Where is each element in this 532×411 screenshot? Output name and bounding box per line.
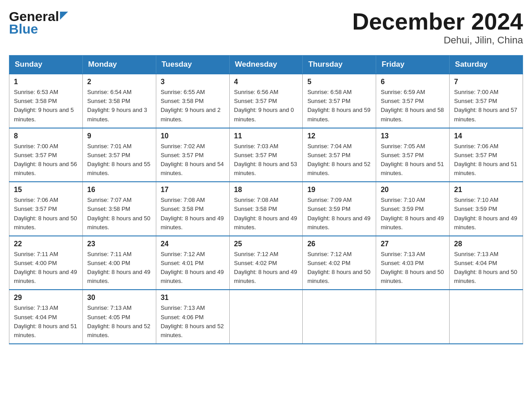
svg-marker-0: [60, 12, 68, 20]
calendar-cell: 3 Sunrise: 6:55 AMSunset: 3:58 PMDayligh…: [156, 74, 229, 128]
day-info: Sunrise: 7:05 AMSunset: 3:57 PMDaylight:…: [381, 143, 444, 176]
weekday-header-sunday: Sunday: [9, 56, 83, 74]
day-number: 11: [234, 132, 298, 140]
day-number: 16: [87, 186, 151, 194]
logo-blue-text: Blue: [9, 21, 38, 37]
day-number: 25: [234, 240, 298, 248]
calendar-week-row: 22 Sunrise: 7:11 AMSunset: 4:00 PMDaylig…: [9, 236, 523, 290]
day-info: Sunrise: 7:12 AMSunset: 4:01 PMDaylight:…: [161, 251, 224, 284]
calendar-week-row: 8 Sunrise: 7:00 AMSunset: 3:57 PMDayligh…: [9, 128, 523, 182]
weekday-header-tuesday: Tuesday: [156, 56, 229, 74]
day-number: 1: [14, 78, 78, 86]
calendar-cell: 21 Sunrise: 7:10 AMSunset: 3:59 PMDaylig…: [450, 182, 523, 236]
logo: General Blue: [9, 9, 68, 37]
calendar-cell: 31 Sunrise: 7:13 AMSunset: 4:06 PMDaylig…: [156, 290, 229, 344]
calendar-cell: [303, 290, 376, 344]
calendar-cell: 18 Sunrise: 7:08 AMSunset: 3:58 PMDaylig…: [229, 182, 303, 236]
day-number: 27: [381, 240, 445, 248]
calendar-cell: 17 Sunrise: 7:08 AMSunset: 3:58 PMDaylig…: [156, 182, 229, 236]
day-number: 15: [14, 186, 78, 194]
calendar-cell: 7 Sunrise: 7:00 AMSunset: 3:57 PMDayligh…: [450, 74, 523, 128]
day-info: Sunrise: 6:55 AMSunset: 3:58 PMDaylight:…: [161, 89, 221, 122]
page-header: General Blue December 2024 Dehui, Jilin,…: [9, 9, 523, 46]
calendar-cell: 5 Sunrise: 6:58 AMSunset: 3:57 PMDayligh…: [303, 74, 376, 128]
day-number: 4: [234, 78, 298, 86]
month-title: December 2024: [352, 9, 523, 34]
calendar-week-row: 1 Sunrise: 6:53 AMSunset: 3:58 PMDayligh…: [9, 74, 523, 128]
calendar-cell: 25 Sunrise: 7:12 AMSunset: 4:02 PMDaylig…: [229, 236, 303, 290]
calendar-cell: 14 Sunrise: 7:06 AMSunset: 3:57 PMDaylig…: [450, 128, 523, 182]
day-info: Sunrise: 7:13 AMSunset: 4:05 PMDaylight:…: [87, 304, 150, 338]
day-info: Sunrise: 7:13 AMSunset: 4:03 PMDaylight:…: [381, 251, 444, 284]
day-info: Sunrise: 6:59 AMSunset: 3:57 PMDaylight:…: [381, 89, 444, 122]
day-info: Sunrise: 7:02 AMSunset: 3:57 PMDaylight:…: [161, 143, 224, 176]
calendar-cell: 22 Sunrise: 7:11 AMSunset: 4:00 PMDaylig…: [9, 236, 83, 290]
calendar-cell: 24 Sunrise: 7:12 AMSunset: 4:01 PMDaylig…: [156, 236, 229, 290]
day-info: Sunrise: 6:58 AMSunset: 3:57 PMDaylight:…: [307, 89, 370, 122]
weekday-header-friday: Friday: [376, 56, 450, 74]
calendar-cell: 8 Sunrise: 7:00 AMSunset: 3:57 PMDayligh…: [9, 128, 83, 182]
day-number: 22: [14, 240, 78, 248]
day-info: Sunrise: 6:53 AMSunset: 3:58 PMDaylight:…: [14, 89, 74, 122]
day-number: 10: [161, 132, 225, 140]
day-number: 29: [14, 294, 78, 302]
day-info: Sunrise: 7:12 AMSunset: 4:02 PMDaylight:…: [234, 251, 297, 284]
day-info: Sunrise: 7:08 AMSunset: 3:58 PMDaylight:…: [161, 197, 224, 230]
title-section: December 2024 Dehui, Jilin, China: [352, 9, 523, 46]
day-number: 8: [14, 132, 78, 140]
day-info: Sunrise: 6:54 AMSunset: 3:58 PMDaylight:…: [87, 89, 147, 122]
calendar-cell: 19 Sunrise: 7:09 AMSunset: 3:59 PMDaylig…: [303, 182, 376, 236]
day-number: 28: [454, 240, 518, 248]
calendar-week-row: 29 Sunrise: 7:13 AMSunset: 4:04 PMDaylig…: [9, 290, 523, 344]
day-info: Sunrise: 7:09 AMSunset: 3:59 PMDaylight:…: [307, 197, 370, 230]
calendar-week-row: 15 Sunrise: 7:06 AMSunset: 3:57 PMDaylig…: [9, 182, 523, 236]
day-info: Sunrise: 7:10 AMSunset: 3:59 PMDaylight:…: [454, 197, 517, 230]
calendar-table: SundayMondayTuesdayWednesdayThursdayFrid…: [9, 55, 523, 344]
day-info: Sunrise: 7:06 AMSunset: 3:57 PMDaylight:…: [454, 143, 517, 176]
calendar-cell: 13 Sunrise: 7:05 AMSunset: 3:57 PMDaylig…: [376, 128, 450, 182]
day-number: 19: [307, 186, 371, 194]
day-info: Sunrise: 7:08 AMSunset: 3:58 PMDaylight:…: [234, 197, 297, 230]
day-number: 30: [87, 294, 151, 302]
day-number: 20: [381, 186, 445, 194]
day-info: Sunrise: 7:11 AMSunset: 4:00 PMDaylight:…: [87, 251, 150, 284]
day-number: 17: [161, 186, 225, 194]
calendar-cell: 4 Sunrise: 6:56 AMSunset: 3:57 PMDayligh…: [229, 74, 303, 128]
calendar-cell: 30 Sunrise: 7:13 AMSunset: 4:05 PMDaylig…: [82, 290, 156, 344]
calendar-cell: 1 Sunrise: 6:53 AMSunset: 3:58 PMDayligh…: [9, 74, 83, 128]
day-info: Sunrise: 7:10 AMSunset: 3:59 PMDaylight:…: [381, 197, 444, 230]
weekday-header-wednesday: Wednesday: [229, 56, 303, 74]
day-number: 6: [381, 78, 445, 86]
calendar-cell: 9 Sunrise: 7:01 AMSunset: 3:57 PMDayligh…: [82, 128, 156, 182]
day-number: 13: [381, 132, 445, 140]
day-info: Sunrise: 7:03 AMSunset: 3:57 PMDaylight:…: [234, 143, 297, 176]
calendar-cell: [450, 290, 523, 344]
day-number: 2: [87, 78, 151, 86]
calendar-cell: 6 Sunrise: 6:59 AMSunset: 3:57 PMDayligh…: [376, 74, 450, 128]
day-info: Sunrise: 7:13 AMSunset: 4:04 PMDaylight:…: [454, 251, 517, 284]
calendar-cell: 16 Sunrise: 7:07 AMSunset: 3:58 PMDaylig…: [82, 182, 156, 236]
day-info: Sunrise: 7:04 AMSunset: 3:57 PMDaylight:…: [307, 143, 370, 176]
calendar-cell: 23 Sunrise: 7:11 AMSunset: 4:00 PMDaylig…: [82, 236, 156, 290]
day-info: Sunrise: 7:00 AMSunset: 3:57 PMDaylight:…: [454, 89, 517, 122]
day-number: 31: [161, 294, 225, 302]
day-number: 3: [161, 78, 225, 86]
weekday-header-row: SundayMondayTuesdayWednesdayThursdayFrid…: [9, 56, 523, 74]
day-info: Sunrise: 7:07 AMSunset: 3:58 PMDaylight:…: [87, 197, 150, 230]
day-number: 5: [307, 78, 371, 86]
day-number: 24: [161, 240, 225, 248]
calendar-cell: 2 Sunrise: 6:54 AMSunset: 3:58 PMDayligh…: [82, 74, 156, 128]
day-info: Sunrise: 7:00 AMSunset: 3:57 PMDaylight:…: [14, 143, 77, 176]
calendar-cell: 12 Sunrise: 7:04 AMSunset: 3:57 PMDaylig…: [303, 128, 376, 182]
calendar-cell: 15 Sunrise: 7:06 AMSunset: 3:57 PMDaylig…: [9, 182, 83, 236]
day-number: 9: [87, 132, 151, 140]
calendar-cell: 10 Sunrise: 7:02 AMSunset: 3:57 PMDaylig…: [156, 128, 229, 182]
day-info: Sunrise: 7:06 AMSunset: 3:57 PMDaylight:…: [14, 197, 77, 230]
weekday-header-thursday: Thursday: [303, 56, 376, 74]
day-info: Sunrise: 7:01 AMSunset: 3:57 PMDaylight:…: [87, 143, 150, 176]
day-number: 12: [307, 132, 371, 140]
weekday-header-monday: Monday: [82, 56, 156, 74]
day-info: Sunrise: 7:11 AMSunset: 4:00 PMDaylight:…: [14, 251, 77, 284]
day-number: 21: [454, 186, 518, 194]
calendar-cell: 29 Sunrise: 7:13 AMSunset: 4:04 PMDaylig…: [9, 290, 83, 344]
